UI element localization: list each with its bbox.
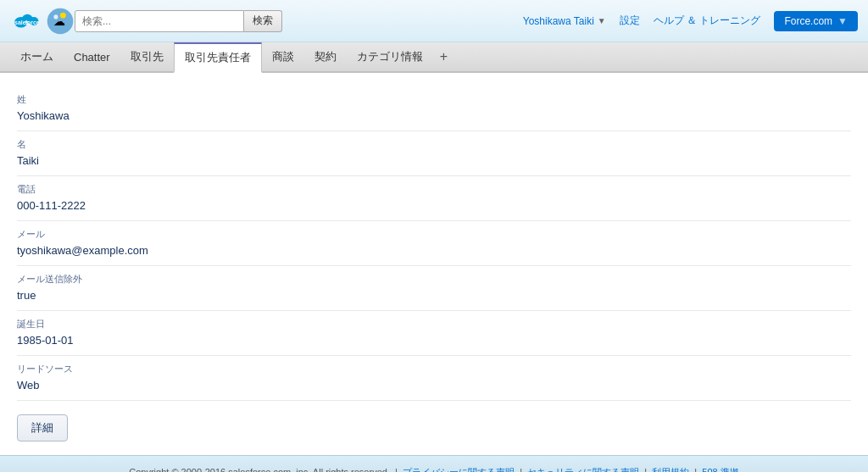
mascot-icon: ☁ bbox=[46, 7, 75, 36]
footer-508-link[interactable]: 508 準拠 bbox=[702, 467, 738, 472]
field-email: メール tyoshikawa@example.com bbox=[17, 221, 851, 266]
svg-text:force: force bbox=[25, 19, 40, 25]
field-email-opt-out: メール送信除外 true bbox=[17, 266, 851, 311]
value-birthdate: 1985-01-01 bbox=[17, 332, 851, 348]
nav-contacts[interactable]: 取引先責任者 bbox=[174, 42, 262, 73]
nav-chatter[interactable]: Chatter bbox=[64, 42, 120, 73]
user-name-label: Yoshikawa Taiki bbox=[523, 15, 594, 27]
footer-security-link[interactable]: セキュリティに関する声明 bbox=[527, 467, 639, 472]
user-menu[interactable]: Yoshikawa Taiki ▼ bbox=[523, 15, 606, 27]
detail-button[interactable]: 詳細 bbox=[17, 414, 68, 441]
value-lastname: Yoshikawa bbox=[17, 108, 851, 124]
field-firstname: 名 Taiki bbox=[17, 131, 851, 176]
settings-link[interactable]: 設定 bbox=[620, 14, 640, 28]
value-phone: 000-111-2222 bbox=[17, 197, 851, 214]
footer-copyright: Copyright © 2000-2016 salesforce.com, in… bbox=[129, 467, 390, 472]
label-email: メール bbox=[17, 228, 851, 241]
value-lead-source: Web bbox=[17, 377, 851, 393]
search-area: 検索 bbox=[75, 10, 523, 32]
settings-label: 設定 bbox=[620, 14, 640, 28]
content-area: 姓 Yoshikawa 名 Taiki 電話 000-111-2222 メール … bbox=[0, 73, 868, 455]
field-lastname: 姓 Yoshikawa bbox=[17, 86, 851, 131]
value-email-opt-out: true bbox=[17, 287, 851, 303]
nav-home[interactable]: ホーム bbox=[10, 42, 64, 73]
svg-point-8 bbox=[60, 12, 66, 18]
nav-contracts[interactable]: 契約 bbox=[304, 42, 347, 73]
search-input[interactable] bbox=[75, 10, 244, 32]
forcecom-label: Force.com bbox=[784, 15, 832, 27]
nav-opportunities[interactable]: 商談 bbox=[262, 42, 304, 73]
nav-accounts[interactable]: 取引先 bbox=[120, 42, 174, 73]
label-phone: 電話 bbox=[17, 183, 851, 196]
footer-terms-link[interactable]: 利用規約 bbox=[652, 467, 689, 472]
label-email-opt-out: メール送信除外 bbox=[17, 273, 851, 286]
footer-privacy-link[interactable]: プライバシーに関する声明 bbox=[403, 467, 515, 472]
field-phone: 電話 000-111-2222 bbox=[17, 176, 851, 221]
forcecom-button[interactable]: Force.com ▼ bbox=[774, 11, 858, 31]
user-menu-arrow: ▼ bbox=[598, 16, 606, 25]
main-content: 姓 Yoshikawa 名 Taiki 電話 000-111-2222 メール … bbox=[0, 73, 868, 455]
label-lastname: 姓 bbox=[17, 93, 851, 106]
footer: Copyright © 2000-2016 salesforce.com, in… bbox=[0, 455, 868, 472]
field-lead-source: リードソース Web bbox=[17, 356, 851, 401]
forcecom-arrow: ▼ bbox=[837, 15, 848, 27]
help-label: ヘルプ ＆ トレーニング bbox=[654, 14, 761, 28]
navigation: ホーム Chatter 取引先 取引先責任者 商談 契約 カテゴリ情報 + bbox=[0, 42, 868, 73]
field-birthdate: 誕生日 1985-01-01 bbox=[17, 311, 851, 356]
svg-point-7 bbox=[53, 14, 58, 19]
label-firstname: 名 bbox=[17, 138, 851, 151]
label-birthdate: 誕生日 bbox=[17, 318, 851, 330]
search-button[interactable]: 検索 bbox=[244, 10, 282, 32]
header: sales force ☁ 検索 Yoshikawa Taiki ▼ 設定 ヘル… bbox=[0, 0, 868, 42]
nav-categories[interactable]: カテゴリ情報 bbox=[347, 42, 433, 73]
header-right: Yoshikawa Taiki ▼ 設定 ヘルプ ＆ トレーニング Force.… bbox=[523, 11, 858, 31]
help-link[interactable]: ヘルプ ＆ トレーニング bbox=[654, 14, 761, 28]
value-email: tyoshikawa@example.com bbox=[17, 242, 851, 258]
logo-area: sales force ☁ bbox=[10, 7, 75, 36]
salesforce-logo: sales force bbox=[10, 10, 42, 32]
label-lead-source: リードソース bbox=[17, 363, 851, 375]
nav-plus[interactable]: + bbox=[433, 42, 454, 71]
value-firstname: Taiki bbox=[17, 153, 851, 169]
